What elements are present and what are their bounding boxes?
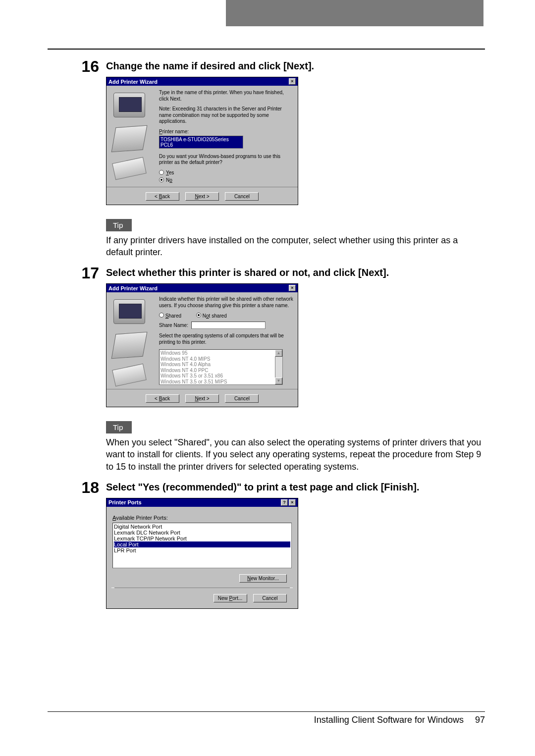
- dialog-body: Type in the name of this printer. When y…: [107, 86, 298, 187]
- radio-icon: [159, 170, 164, 175]
- list-item: Windows 95: [160, 350, 281, 356]
- step-17-number: 17: [48, 265, 106, 281]
- list-item[interactable]: Digital Network Port: [114, 524, 290, 530]
- cancel-button[interactable]: Cancel: [225, 192, 259, 201]
- share-radio-row: Shared Not shared: [159, 313, 294, 319]
- list-item-selected[interactable]: Local Port: [114, 541, 290, 547]
- page-footer: Installing Client Software for Windows 9…: [48, 711, 485, 725]
- radio-no-row[interactable]: No: [159, 177, 294, 183]
- list-item[interactable]: Lexmark DLC Network Port: [114, 530, 290, 536]
- add-printer-wizard-name-dialog: Add Printer Wizard × Type in the name of…: [106, 77, 298, 205]
- radio-icon: [159, 313, 164, 318]
- dialog-button-row: < Back Next > Cancel: [107, 389, 298, 407]
- radio-not-shared[interactable]: Not shared: [196, 313, 227, 319]
- printer-ports-dialog: Printer Ports ? × Available Printer Port…: [106, 498, 298, 609]
- tip-text-17: When you select "Shared", you can also s…: [106, 436, 485, 473]
- list-item: Windows NT 3.5 or 3.51 x86: [160, 373, 281, 379]
- step-16-heading: Change the name if desired and click [Ne…: [106, 60, 485, 72]
- documents-icon: [112, 364, 147, 387]
- list-item: Windows NT 4.0 Alpha: [160, 362, 281, 368]
- radio-icon: [196, 313, 201, 318]
- close-icon[interactable]: ×: [289, 499, 296, 506]
- cancel-button[interactable]: Cancel: [253, 594, 287, 602]
- new-port-button[interactable]: New Port...: [214, 594, 247, 602]
- available-ports-label: Available Printer Ports:: [112, 515, 293, 521]
- step-16-number: 16: [48, 58, 106, 74]
- default-printer-question: Do you want your Windows-based programs …: [159, 154, 294, 166]
- dialog-titlebar: Add Printer Wizard ×: [107, 284, 298, 292]
- dialog-body: Available Printer Ports: Digital Network…: [107, 507, 298, 608]
- dialog-body: Indicate whether this printer will be sh…: [107, 292, 298, 389]
- os-intro-text: Select the operating systems of all comp…: [159, 333, 294, 345]
- list-item[interactable]: Lexmark TCP/IP Network Port: [114, 536, 290, 541]
- tip-text-16: If any printer drivers have installed on…: [106, 234, 485, 259]
- tip-label: Tip: [106, 219, 132, 231]
- back-button[interactable]: < Back: [146, 394, 179, 403]
- scroll-down-icon[interactable]: ▼: [275, 378, 282, 384]
- dialog-button-row: < Back Next > Cancel: [107, 187, 298, 205]
- dialog-title-text: Add Printer Wizard: [108, 285, 158, 291]
- radio-icon: [159, 177, 164, 182]
- list-item: Windows NT 4.0 MIPS: [160, 356, 281, 362]
- step-16-body: Change the name if desired and click [Ne…: [106, 58, 485, 261]
- scrollbar[interactable]: ▲ ▼: [275, 350, 282, 384]
- close-icon[interactable]: ×: [289, 78, 296, 85]
- share-name-input[interactable]: [191, 322, 266, 329]
- note-text: Note: Exceeding 31 characters in the Ser…: [159, 106, 294, 125]
- add-printer-wizard-share-dialog: Add Printer Wizard × Indicate whether th…: [106, 283, 298, 407]
- step-17: 17 Select whether this printer is shared…: [48, 265, 485, 476]
- radio-shared[interactable]: Shared: [159, 313, 181, 319]
- monitor-icon: [113, 299, 145, 324]
- new-monitor-button[interactable]: New Monitor...: [239, 574, 287, 583]
- next-button[interactable]: Next >: [185, 192, 219, 201]
- new-monitor-row: New Monitor...: [111, 568, 293, 585]
- wizard-sidebar-graphic: [110, 90, 154, 183]
- dialog-titlebar: Printer Ports ? ×: [107, 498, 298, 507]
- step-17-body: Select whether this printer is shared or…: [106, 265, 485, 476]
- next-button[interactable]: Next >: [185, 394, 219, 403]
- printer-icon: [111, 332, 148, 359]
- help-icon[interactable]: ?: [281, 499, 288, 506]
- share-name-label: Share Name:: [159, 323, 188, 328]
- intro-text: Type in the name of this printer. When y…: [159, 90, 294, 102]
- scroll-up-icon[interactable]: ▲: [275, 350, 282, 357]
- dialog-titlebar: Add Printer Wizard ×: [107, 77, 298, 86]
- page-content: 16 Change the name if desired and click …: [48, 54, 485, 609]
- documents-icon: [112, 157, 147, 180]
- share-intro-text: Indicate whether this printer will be sh…: [159, 296, 294, 309]
- ports-listbox[interactable]: Digital Network Port Lexmark DLC Network…: [112, 523, 292, 568]
- back-button[interactable]: < Back: [146, 192, 179, 201]
- dialog-main: Indicate whether this printer will be sh…: [159, 296, 294, 385]
- step-16: 16 Change the name if desired and click …: [48, 58, 485, 261]
- step-17-heading: Select whether this printer is shared or…: [106, 267, 485, 278]
- bottom-button-row: New Port... Cancel: [111, 588, 293, 608]
- list-item: Windows NT 3.5 or 3.51 MIPS: [160, 379, 281, 385]
- os-listbox[interactable]: Windows 95 Windows NT 4.0 MIPS Windows N…: [159, 349, 283, 385]
- radio-no-label: No: [166, 177, 172, 183]
- top-rule: [48, 49, 485, 50]
- footer-text: Installing Client Software for Windows: [314, 715, 464, 725]
- header-gray-block: [226, 0, 483, 26]
- printer-icon: [111, 125, 148, 152]
- radio-yes-row[interactable]: Yes: [159, 170, 294, 175]
- printer-name-label: Printer name:: [159, 129, 294, 134]
- page-number: 97: [475, 715, 485, 725]
- titlebar-buttons: ? ×: [281, 499, 296, 506]
- close-icon[interactable]: ×: [289, 285, 296, 291]
- step-18: 18 Select "Yes (recommended)" to print a…: [48, 480, 485, 609]
- monitor-icon: [113, 93, 145, 117]
- dialog-title-text: Printer Ports: [108, 499, 142, 505]
- printer-name-input[interactable]: TOSHIBA e-STUDIO205Series PCL6: [159, 136, 243, 149]
- tip-label: Tip: [106, 421, 132, 433]
- step-18-body: Select "Yes (recommended)" to print a te…: [106, 480, 485, 609]
- wizard-sidebar-graphic: [110, 296, 154, 385]
- list-item: Windows NT 4.0 PPC: [160, 368, 281, 374]
- list-item[interactable]: LPR Port: [114, 547, 290, 553]
- step-18-heading: Select "Yes (recommended)" to print a te…: [106, 482, 485, 493]
- share-name-row: Share Name:: [159, 322, 294, 329]
- cancel-button[interactable]: Cancel: [225, 394, 259, 403]
- step-18-number: 18: [48, 480, 106, 495]
- radio-yes-label: Yes: [166, 170, 174, 175]
- dialog-main: Type in the name of this printer. When y…: [159, 90, 294, 183]
- dialog-title-text: Add Printer Wizard: [108, 79, 158, 85]
